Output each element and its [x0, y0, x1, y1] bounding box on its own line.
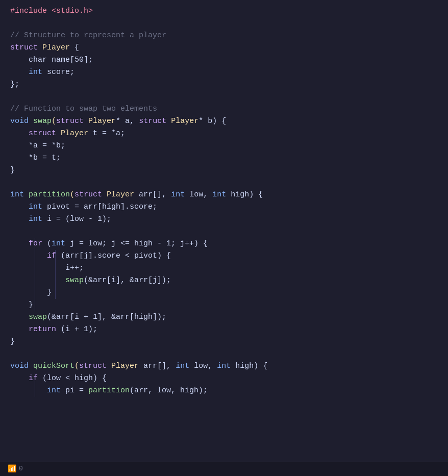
token: // Structure to represent a player	[10, 31, 166, 40]
token: void	[10, 117, 29, 126]
token	[10, 215, 29, 223]
token: name	[52, 56, 70, 64]
token: quickSort	[33, 362, 74, 370]
token: low,	[189, 362, 217, 370]
token: #include <stdio.h>	[10, 7, 93, 15]
line-content: char name[50];	[10, 54, 93, 66]
code-line: int pivot = arr[high].score;	[0, 201, 448, 213]
token: return	[29, 325, 56, 334]
line-content: #include <stdio.h>	[10, 5, 93, 17]
indent-guide	[35, 262, 35, 274]
token: pi =	[61, 386, 88, 395]
code-line: *a = *b;	[0, 140, 448, 152]
code-line	[0, 177, 448, 189]
token	[107, 362, 111, 370]
token: Player	[171, 117, 198, 126]
token	[10, 68, 29, 77]
token: struct	[139, 117, 166, 126]
code-line: };	[0, 79, 448, 91]
code-line	[0, 91, 448, 103]
token: int	[29, 203, 42, 211]
code-line: int partition(struct Player arr[], int l…	[0, 189, 448, 201]
token: }	[10, 337, 15, 346]
token: *b = t;	[10, 154, 61, 162]
line-content	[10, 226, 15, 238]
code-line: char name[50];	[0, 54, 448, 66]
code-line: }	[0, 336, 448, 348]
code-line: swap(&arr[i + 1], &arr[high]);	[0, 311, 448, 323]
line-content: }	[10, 336, 15, 348]
token	[29, 117, 33, 126]
line-content: struct Player t = *a;	[10, 128, 125, 140]
token	[102, 190, 107, 199]
token	[10, 239, 29, 248]
token: void	[10, 362, 29, 370]
indent-guide	[55, 274, 56, 287]
line-content: *b = t;	[10, 152, 61, 164]
code-line: for (int j = low; j <= high - 1; j++) {	[0, 238, 448, 250]
token: ;	[88, 56, 93, 64]
token	[10, 313, 29, 321]
line-content: for (int j = low; j <= high - 1; j++) {	[10, 238, 208, 250]
code-line: *b = t;	[0, 152, 448, 164]
token	[10, 252, 47, 260]
token: int	[29, 215, 42, 223]
token: (low < high) {	[38, 374, 107, 383]
token: struct	[79, 362, 107, 370]
wifi-icon: 📶	[8, 463, 16, 474]
indent-guide	[35, 238, 35, 250]
token: Player	[88, 117, 116, 126]
token: (&arr[i + 1], &arr[high]);	[47, 313, 166, 321]
line-content: }	[10, 164, 15, 177]
token: i = (low - 1);	[42, 215, 111, 223]
code-line: void quickSort(struct Player arr[], int …	[0, 360, 448, 372]
code-line: #include <stdio.h>	[0, 5, 448, 17]
line-content: int i = (low - 1);	[10, 213, 111, 226]
line-content: return (i + 1);	[10, 323, 97, 336]
token: arr[],	[139, 362, 176, 370]
token: (&arr[i], &arr[j]);	[84, 276, 171, 285]
code-line: struct Player {	[0, 42, 448, 54]
line-content	[10, 177, 15, 189]
token: int	[29, 68, 42, 77]
token: int	[10, 190, 24, 199]
status-bar: 📶 0	[0, 462, 448, 476]
code-line: if (arr[j].score < pivot) {	[0, 250, 448, 262]
token: (arr[j].score < pivot) {	[56, 252, 171, 260]
code-line: }	[0, 287, 448, 299]
token	[29, 362, 33, 370]
line-content: int pivot = arr[high].score;	[10, 201, 157, 213]
token: j = low; j <= high - 1; j++) {	[65, 239, 208, 248]
code-line: }	[0, 299, 448, 311]
token: (	[74, 362, 79, 370]
token: struct	[56, 117, 84, 126]
token	[38, 43, 42, 52]
token: Player	[42, 43, 70, 52]
code-line: struct Player t = *a;	[0, 128, 448, 140]
line-content: }	[10, 299, 33, 311]
code-line: void swap(struct Player* a, struct Playe…	[0, 115, 448, 128]
token: char	[10, 56, 52, 64]
indent-guide	[35, 385, 35, 397]
indent-guide	[35, 287, 35, 299]
token: swap	[33, 117, 52, 126]
token: i++;	[10, 264, 84, 272]
token: * a,	[116, 117, 139, 126]
token	[10, 276, 65, 285]
token: partition	[29, 190, 70, 199]
token: }	[10, 300, 33, 309]
code-line	[0, 17, 448, 30]
token: pivot = arr[high].score;	[42, 203, 157, 211]
token: * b) {	[198, 117, 226, 126]
token: struct	[74, 190, 102, 199]
code-line: i++;	[0, 262, 448, 274]
token: }	[10, 288, 52, 297]
token: swap	[65, 276, 84, 285]
token: int	[176, 362, 189, 370]
token: partition	[88, 386, 130, 395]
line-content: }	[10, 287, 52, 299]
token: struct	[29, 129, 56, 138]
indent-guide	[35, 299, 35, 311]
code-line	[0, 348, 448, 360]
wifi-status: 📶 0	[8, 463, 23, 474]
